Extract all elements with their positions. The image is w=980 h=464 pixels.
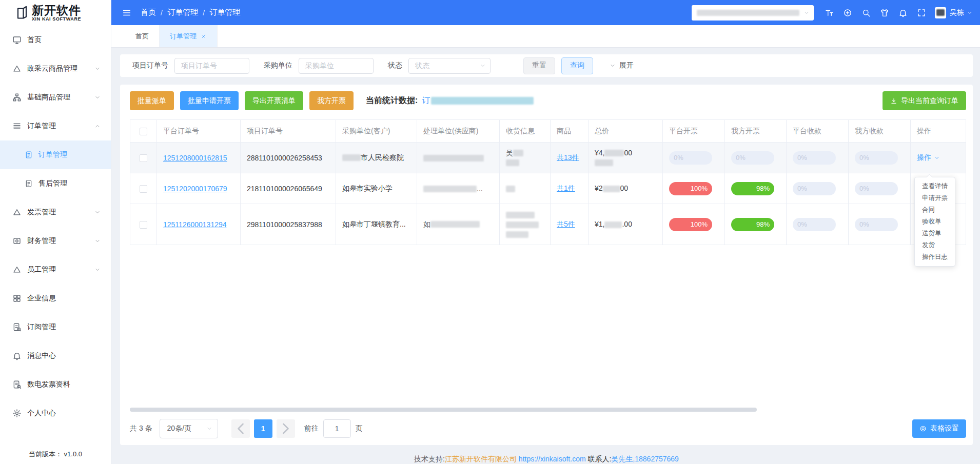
navbar-icons [820,5,931,21]
breadcrumb-item[interactable]: 订单管理 [167,8,198,17]
chevron-down-icon [934,155,940,161]
breadcrumb-item[interactable]: 首页 [141,8,156,17]
action-menu-item[interactable]: 验收单 [915,216,955,228]
action-menu-item[interactable]: 申请开票 [915,192,955,204]
hamburger-icon[interactable] [122,8,131,17]
sidebar-item[interactable]: 数电发票资料 [0,370,111,399]
platform-order-link[interactable]: 1251126000131294 [163,220,227,229]
global-search-input[interactable] [692,5,814,21]
column-header: 我方开票 [725,120,787,143]
page-size-select[interactable]: 20条/页 [160,419,218,438]
platform-order-link[interactable]: 1251202000170679 [163,185,227,193]
sidebar-item[interactable]: 财务管理 [0,227,111,255]
goods-count-link[interactable]: 共5件 [557,220,575,228]
toolbar: 批量派单批量申请开票导出开票清单我方开票 当前统计数据: 订 导出当前查询订单 [130,91,966,110]
breadcrumb-item[interactable]: 订单管理 [209,8,240,17]
sidebar-item[interactable]: 政采云商品管理 [0,54,111,83]
footer: 技术支持:江苏新开软件有限公司 https://xinkaisoft.com 联… [120,445,973,464]
stats-value-prefix: 订 [422,95,430,106]
chevron-down-icon [94,209,101,215]
target-icon[interactable] [838,5,857,21]
sidebar-item[interactable]: 订阅管理 [0,313,111,341]
action-menu-item[interactable]: 送货单 [915,228,955,239]
monitor-icon [12,35,22,45]
font-size-icon[interactable] [820,5,838,21]
filter-input[interactable] [299,58,374,74]
row-checkbox[interactable] [140,154,147,162]
toolbar-button-批量派单[interactable]: 批量派单 [130,91,174,110]
horizontal-scrollbar [130,408,966,412]
stats-redacted [431,97,534,105]
scrollbar-thumb[interactable] [130,408,757,412]
column-header: 平台收款 [787,120,849,143]
goto-page-input[interactable] [323,419,351,438]
select-all-checkbox[interactable] [140,128,147,135]
sidebar-subitem[interactable]: 订单管理 [0,140,111,169]
sidebar-item[interactable]: 消息中心 [0,341,111,370]
table-settings-button[interactable]: 表格设置 [912,419,966,438]
column-header: 我方收款 [849,120,911,143]
reset-button[interactable]: 重置 [523,57,555,74]
chevron-down-icon [94,94,101,100]
fullscreen-icon[interactable] [912,5,931,21]
column-header: 商品 [551,120,589,143]
logo-title: 新开软件 [32,4,81,16]
bell-icon[interactable] [894,5,912,21]
sidebar-item[interactable]: 员工管理 [0,255,111,284]
stats-label: 当前统计数据: [366,95,418,106]
sidebar-item[interactable]: 首页 [0,26,111,54]
action-menu-item[interactable]: 发货 [915,239,955,251]
page-unit: 页 [356,424,363,433]
lines-icon [12,122,22,131]
page-1-button[interactable]: 1 [254,419,272,438]
search-icon[interactable] [857,5,875,21]
orders-table: 平台订单号项目订单号采购单位(客户)处理单位(供应商)收货信息商品总价平台开票我… [130,119,966,245]
goods-count-link[interactable]: 共13件 [557,153,579,162]
filter-bar: 项目订单号 采购单位 状态 重置 查询 展开 [120,54,973,77]
action-menu-item[interactable]: 合同 [915,204,955,216]
goods-count-link[interactable]: 共1件 [557,184,575,192]
column-header: 操作 [911,120,966,143]
next-page-button[interactable] [277,419,295,438]
row-checkbox[interactable] [140,185,147,193]
tab-订单管理[interactable]: 订单管理 [160,25,218,47]
column-header: 采购单位(客户) [336,120,417,143]
row-checkbox[interactable] [140,221,147,229]
expand-toggle[interactable]: 展开 [610,61,634,70]
tshirt-icon[interactable] [875,5,894,21]
top-navbar: 首页/订单管理/订单管理 吴栋 [111,0,980,25]
toolbar-button-导出开票清单[interactable]: 导出开票清单 [245,91,303,110]
sidebar-item[interactable]: 企业信息 [0,284,111,313]
footer-segment: 技术支持: [414,455,445,463]
action-menu-item[interactable]: 查看详情 [915,180,955,192]
toolbar-button-批量申请开票[interactable]: 批量申请开票 [180,91,239,110]
progress-pill: 0% [669,151,712,165]
sidebar-subitem[interactable]: 售后管理 [0,169,111,198]
export-current-query-button[interactable]: 导出当前查询订单 [883,91,966,110]
filter-label: 采购单位 [264,61,292,70]
progress-pill: 0% [855,218,898,231]
platform-order-link[interactable]: 1251208000162815 [163,154,227,162]
row-action-button[interactable]: 操作 [917,153,959,163]
sidebar-item[interactable]: 个人中心 [0,399,111,428]
app-logo: 新开软件 XIN KAI SOFTWARE [0,0,111,26]
logo-door-icon [15,6,28,20]
filter-select[interactable] [408,58,491,74]
filter-input[interactable] [174,58,249,74]
prev-page-button[interactable] [231,419,250,438]
doc-search-icon [12,322,22,332]
avatar[interactable] [935,7,946,18]
user-menu[interactable]: 吴栋 [950,8,973,17]
sidebar-item[interactable]: 基础商品管理 [0,83,111,112]
chevron-down-icon [94,267,101,273]
toolbar-button-我方开票[interactable]: 我方开票 [309,91,354,110]
sidebar-item[interactable]: 订单管理 [0,112,111,140]
footer-segment: 吴先生,18862757669 [611,455,679,463]
action-menu-item[interactable]: 操作日志 [915,251,955,263]
query-button[interactable]: 查询 [561,57,593,74]
content: 项目订单号 采购单位 状态 重置 查询 展开 批量派单批量申请开票导出开票清单我… [111,48,980,464]
sidebar-item[interactable]: 发票管理 [0,198,111,227]
close-icon[interactable] [201,33,207,39]
order-table-card: 批量派单批量申请开票导出开票清单我方开票 当前统计数据: 订 导出当前查询订单 … [120,85,973,445]
tab-首页[interactable]: 首页 [125,25,160,47]
